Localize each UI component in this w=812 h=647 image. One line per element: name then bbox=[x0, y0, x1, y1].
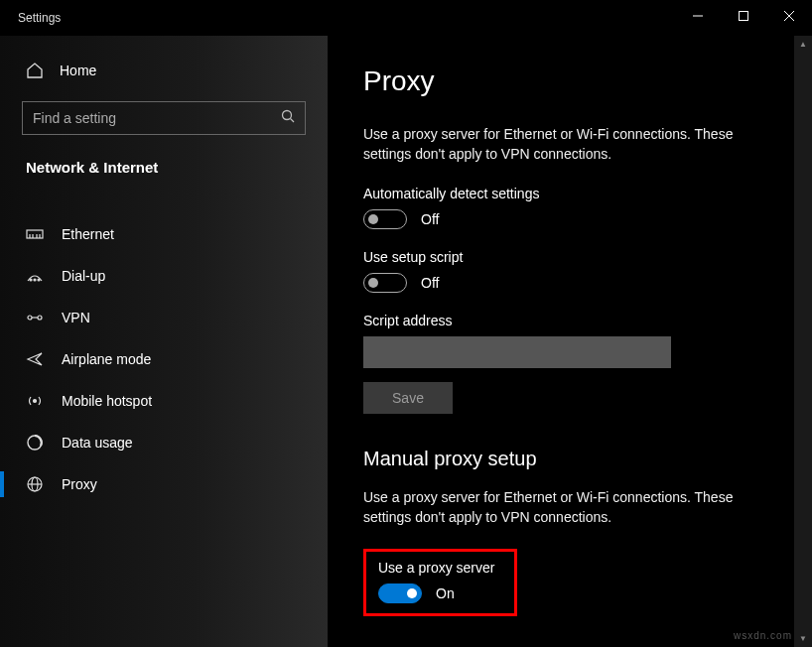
hotspot-icon bbox=[26, 392, 44, 410]
auto-detect-toggle[interactable] bbox=[363, 209, 407, 229]
manual-proxy-heading: Manual proxy setup bbox=[363, 448, 776, 470]
sidebar-item-proxy[interactable]: Proxy bbox=[0, 463, 328, 505]
svg-rect-1 bbox=[740, 12, 748, 21]
sidebar-item-dialup[interactable]: Dial-up bbox=[0, 255, 328, 297]
close-icon bbox=[784, 11, 794, 21]
svg-point-11 bbox=[30, 279, 32, 281]
maximize-icon bbox=[739, 11, 748, 21]
home-nav[interactable]: Home bbox=[0, 54, 328, 87]
auto-proxy-description: Use a proxy server for Ethernet or Wi-Fi… bbox=[363, 125, 776, 164]
sidebar-item-label: VPN bbox=[62, 310, 90, 325]
minimize-icon bbox=[693, 11, 703, 21]
sidebar-item-ethernet[interactable]: Ethernet bbox=[0, 213, 328, 255]
use-script-toggle[interactable] bbox=[363, 273, 407, 293]
home-icon bbox=[26, 62, 44, 79]
maximize-button[interactable] bbox=[721, 0, 766, 32]
svg-point-17 bbox=[34, 400, 37, 403]
minimize-button[interactable] bbox=[675, 0, 721, 32]
window-title: Settings bbox=[18, 11, 61, 25]
use-proxy-label: Use a proxy server bbox=[378, 560, 502, 576]
search-input[interactable] bbox=[33, 110, 281, 126]
airplane-icon bbox=[26, 350, 44, 368]
scroll-down-icon: ▼ bbox=[794, 634, 812, 643]
window-controls bbox=[675, 0, 812, 36]
sidebar-item-label: Ethernet bbox=[62, 226, 114, 242]
svg-point-13 bbox=[38, 279, 40, 281]
watermark: wsxdn.com bbox=[734, 630, 792, 641]
titlebar: Settings bbox=[0, 0, 812, 36]
svg-point-12 bbox=[34, 279, 36, 281]
use-proxy-state: On bbox=[436, 585, 455, 601]
script-address-label: Script address bbox=[363, 313, 776, 328]
sidebar-item-datausage[interactable]: Data usage bbox=[0, 422, 328, 463]
auto-detect-label: Automatically detect settings bbox=[363, 186, 776, 201]
svg-line-5 bbox=[291, 119, 295, 123]
content-pane: Proxy Use a proxy server for Ethernet or… bbox=[328, 36, 812, 647]
dialup-icon bbox=[26, 267, 44, 285]
nav-list: Ethernet Dial-up VPN bbox=[0, 213, 328, 505]
sidebar: Home Network & Internet Ethernet bbox=[0, 36, 328, 647]
use-script-label: Use setup script bbox=[363, 249, 776, 265]
category-heading: Network & Internet bbox=[0, 155, 328, 192]
proxy-icon bbox=[26, 475, 44, 493]
use-proxy-toggle[interactable] bbox=[378, 583, 422, 603]
svg-point-14 bbox=[28, 316, 32, 320]
close-button[interactable] bbox=[766, 0, 812, 32]
save-button[interactable]: Save bbox=[363, 382, 453, 414]
page-title: Proxy bbox=[363, 65, 776, 97]
sidebar-item-label: Data usage bbox=[62, 435, 133, 451]
sidebar-item-label: Airplane mode bbox=[62, 351, 151, 367]
highlight-box: Use a proxy server On bbox=[363, 549, 517, 616]
script-address-input[interactable] bbox=[363, 336, 671, 368]
data-usage-icon bbox=[26, 434, 44, 452]
svg-point-15 bbox=[38, 316, 42, 320]
sidebar-item-label: Mobile hotspot bbox=[62, 393, 152, 409]
search-icon bbox=[281, 109, 295, 127]
vpn-icon bbox=[26, 309, 44, 326]
home-label: Home bbox=[60, 63, 96, 78]
scrollbar[interactable]: ▲ ▼ bbox=[794, 36, 812, 647]
search-box[interactable] bbox=[22, 101, 306, 135]
svg-point-4 bbox=[283, 111, 292, 120]
ethernet-icon bbox=[26, 225, 44, 243]
scroll-up-icon: ▲ bbox=[794, 40, 812, 49]
sidebar-item-label: Proxy bbox=[62, 476, 97, 492]
manual-proxy-description: Use a proxy server for Ethernet or Wi-Fi… bbox=[363, 488, 776, 527]
auto-detect-state: Off bbox=[421, 211, 439, 227]
sidebar-item-airplane[interactable]: Airplane mode bbox=[0, 338, 328, 380]
sidebar-item-label: Dial-up bbox=[62, 268, 105, 284]
sidebar-item-vpn[interactable]: VPN bbox=[0, 297, 328, 338]
sidebar-item-hotspot[interactable]: Mobile hotspot bbox=[0, 380, 328, 422]
use-script-state: Off bbox=[421, 275, 439, 291]
